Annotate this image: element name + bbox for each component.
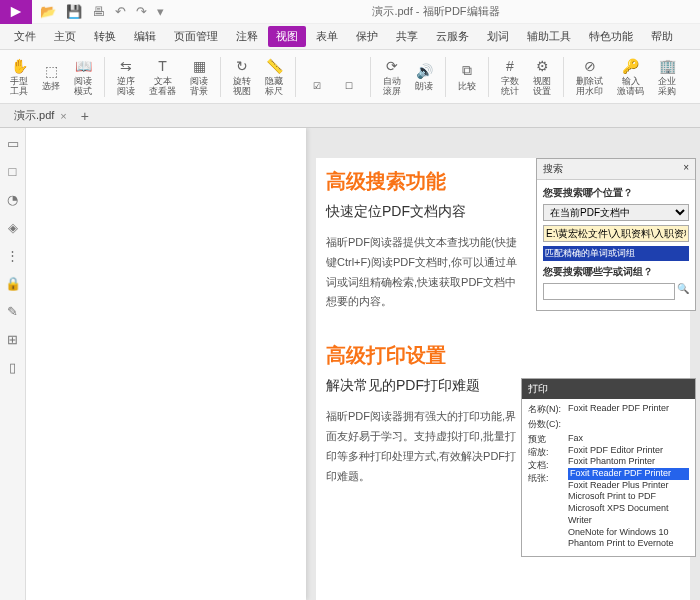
ribbon-label: 逆序阅读 [117, 77, 135, 97]
sidebar-icon-4[interactable]: ⋮ [6, 248, 20, 262]
ribbon-btn-4[interactable]: ⇆逆序阅读 [113, 55, 139, 99]
open-icon[interactable]: 📂 [40, 4, 56, 19]
menu-14[interactable]: 帮助 [643, 26, 681, 47]
sidebar-icon-6[interactable]: ✎ [6, 304, 20, 318]
sidebar-icon-0[interactable]: ▭ [6, 136, 20, 150]
search-icon[interactable]: 🔍 [677, 283, 689, 300]
app-logo [0, 0, 32, 24]
menubar: 文件主页转换编辑页面管理注释视图表单保护共享云服务划词辅助工具特色功能帮助 [0, 24, 700, 50]
ribbon-btn-15[interactable]: 🔊朗读 [411, 60, 437, 94]
ribbon-label: 输入激请码 [617, 77, 644, 97]
ribbon-label: ☐ [345, 82, 353, 92]
close-icon[interactable]: × [60, 110, 66, 122]
menu-5[interactable]: 注释 [228, 26, 266, 47]
menu-8[interactable]: 保护 [348, 26, 386, 47]
print-panel: 打印 名称(N):Foxit Reader PDF Printer份数(C):预… [521, 378, 696, 557]
menu-0[interactable]: 文件 [6, 26, 44, 47]
close-icon[interactable]: × [683, 162, 689, 176]
menu-3[interactable]: 编辑 [126, 26, 164, 47]
ribbon: ✋手型工具⬚选择📖阅读模式⇆逆序阅读T文本查看器▦阅读背景↻旋转视图📏隐藏标尺☑… [0, 50, 700, 104]
more-icon[interactable]: ▾ [157, 4, 164, 19]
tab-label: 演示.pdf [14, 108, 54, 123]
ribbon-label: 企业采购 [658, 77, 676, 97]
ribbon-label: 朗读 [415, 82, 433, 92]
ribbon-btn-5[interactable]: T文本查看器 [145, 55, 180, 99]
ribbon-btn-6[interactable]: ▦阅读背景 [186, 55, 212, 99]
printer-list[interactable]: FaxFoxit PDF Editor PrinterFoxit Phantom… [568, 433, 689, 550]
ribbon-btn-14[interactable]: ⟳自动滚屏 [379, 55, 405, 99]
match-mode-row[interactable]: 匹配精确的单词或词组 [543, 246, 689, 261]
ribbon-label: 字数统计 [501, 77, 519, 97]
ribbon-btn-1[interactable]: ⬚选择 [38, 60, 64, 94]
ribbon-icon: 📖 [74, 57, 92, 75]
sidebar-icon-7[interactable]: ⊞ [6, 332, 20, 346]
ribbon-btn-24[interactable]: 🏢企业采购 [654, 55, 680, 99]
ribbon-icon: ⟳ [383, 57, 401, 75]
sidebar-icon-3[interactable]: ◈ [6, 220, 20, 234]
save-icon[interactable]: 💾 [66, 4, 82, 19]
ribbon-label: 自动滚屏 [383, 77, 401, 97]
sidebar: ▭□◔◈⋮🔒✎⊞▯ [0, 128, 26, 600]
ribbon-icon [308, 62, 326, 80]
search-term-label: 您要搜索哪些字或词组？ [543, 265, 689, 279]
ribbon-icon: ⚙ [533, 57, 551, 75]
ribbon-label: 阅读背景 [190, 77, 208, 97]
section-body: 福昕PDF阅读器拥有强大的打印功能,界面友好易于学习。支持虚拟打印,批量打印等多… [326, 407, 526, 486]
search-location-label: 您要搜索哪个位置？ [543, 186, 689, 200]
workspace: ▭□◔◈⋮🔒✎⊞▯ 高级搜索功能快速定位PDF文档内容福昕PDF阅读器提供文本查… [0, 128, 700, 600]
menu-1[interactable]: 主页 [46, 26, 84, 47]
sidebar-icon-8[interactable]: ▯ [6, 360, 20, 374]
ribbon-label: 选择 [42, 82, 60, 92]
menu-12[interactable]: 辅助工具 [519, 26, 579, 47]
menu-13[interactable]: 特色功能 [581, 26, 641, 47]
ribbon-btn-0[interactable]: ✋手型工具 [6, 55, 32, 99]
undo-icon[interactable]: ↶ [115, 4, 126, 19]
search-panel-header: 搜索 × [537, 159, 695, 180]
ribbon-btn-17[interactable]: ⧉比较 [454, 60, 480, 94]
page-preview [26, 128, 306, 600]
new-tab-button[interactable]: + [81, 108, 89, 124]
window-title: 演示.pdf - 福昕PDF编辑器 [172, 4, 700, 19]
ribbon-btn-2[interactable]: 📖阅读模式 [70, 55, 96, 99]
ribbon-btn-11[interactable]: ☑ [304, 60, 330, 94]
ribbon-btn-12[interactable]: ☐ [336, 60, 362, 94]
search-term-input[interactable] [543, 283, 675, 300]
document-tab[interactable]: 演示.pdf × [6, 106, 75, 125]
ribbon-icon: T [154, 57, 172, 75]
ribbon-icon: ▦ [190, 57, 208, 75]
ribbon-label: 文本查看器 [149, 77, 176, 97]
sidebar-icon-2[interactable]: ◔ [6, 192, 20, 206]
ribbon-btn-19[interactable]: #字数统计 [497, 55, 523, 99]
sidebar-icon-1[interactable]: □ [6, 164, 20, 178]
print-icon[interactable]: 🖶 [92, 4, 105, 19]
search-path-input[interactable] [543, 225, 689, 242]
ribbon-icon: 🔑 [622, 57, 640, 75]
ribbon-icon: ↻ [233, 57, 251, 75]
ribbon-icon: ⇆ [117, 57, 135, 75]
menu-11[interactable]: 划词 [479, 26, 517, 47]
menu-6[interactable]: 视图 [268, 26, 306, 47]
ribbon-btn-22[interactable]: ⊘删除试用水印 [572, 55, 607, 99]
ribbon-label: 比较 [458, 82, 476, 92]
menu-9[interactable]: 共享 [388, 26, 426, 47]
menu-2[interactable]: 转换 [86, 26, 124, 47]
document-tabbar: 演示.pdf × + [0, 104, 700, 128]
menu-10[interactable]: 云服务 [428, 26, 477, 47]
print-val: Foxit Reader PDF Printer [568, 403, 689, 413]
redo-icon[interactable]: ↷ [136, 4, 147, 19]
sidebar-icon-5[interactable]: 🔒 [6, 276, 20, 290]
ribbon-label: ☑ [313, 82, 321, 92]
ribbon-btn-9[interactable]: 📏隐藏标尺 [261, 55, 287, 99]
quick-access-toolbar: 📂 💾 🖶 ↶ ↷ ▾ [32, 4, 172, 19]
print-side-labels: 预览缩放:文档:纸张: [528, 433, 564, 485]
menu-7[interactable]: 表单 [308, 26, 346, 47]
ribbon-label: 旋转视图 [233, 77, 251, 97]
search-scope-select[interactable]: 在当前PDF文档中 [543, 204, 689, 221]
menu-4[interactable]: 页面管理 [166, 26, 226, 47]
ribbon-btn-20[interactable]: ⚙视图设置 [529, 55, 555, 99]
ribbon-btn-23[interactable]: 🔑输入激请码 [613, 55, 648, 99]
print-key: 份数(C): [528, 418, 564, 431]
ribbon-icon: ⬚ [42, 62, 60, 80]
ribbon-btn-8[interactable]: ↻旋转视图 [229, 55, 255, 99]
ribbon-icon: 📏 [265, 57, 283, 75]
